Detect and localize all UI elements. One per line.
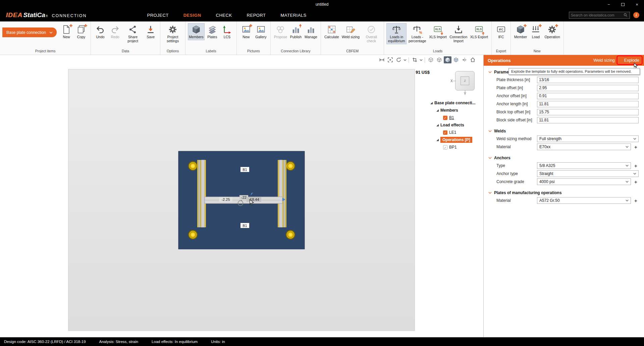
labels-members-toggle[interactable]: Members xyxy=(188,23,205,40)
measure-icon[interactable] xyxy=(378,56,386,63)
solid-view-icon[interactable] xyxy=(444,56,451,63)
anchor-bolt[interactable] xyxy=(189,162,197,170)
anchor-bolt[interactable] xyxy=(286,162,295,170)
dimension-label[interactable]: -2.25 xyxy=(219,197,232,202)
share-project-button[interactable]: Share project xyxy=(123,23,143,44)
expand-triangle-icon[interactable] xyxy=(436,109,439,112)
section-anchors[interactable]: Anchors xyxy=(484,154,644,162)
tab-report[interactable]: REPORT xyxy=(247,13,266,18)
tree-group-operations[interactable]: Operations [P] xyxy=(430,136,483,143)
wireframe-view-icon[interactable] xyxy=(427,56,435,63)
column-member-right[interactable] xyxy=(278,160,286,227)
panel-weld-sizing-button[interactable]: Weld sizing xyxy=(593,58,615,63)
anchor-shape-select[interactable]: Straight xyxy=(537,170,639,177)
app-header: IDEA StatiCa ® CONNECTION PROJECT DESIGN… xyxy=(0,9,644,21)
publish-button[interactable]: Publish xyxy=(289,23,303,40)
add-plate-material-button[interactable]: + xyxy=(633,198,639,204)
anchor-length-input[interactable] xyxy=(537,101,639,107)
weld-sizing-method-select[interactable]: Full strength xyxy=(537,135,639,142)
plate-thickness-input[interactable] xyxy=(537,77,639,83)
rotate-view-icon[interactable] xyxy=(395,56,402,63)
block-top-offset-input[interactable] xyxy=(537,109,639,115)
plate-material-select[interactable]: A572 Gr.50 xyxy=(537,197,631,204)
info-icon[interactable]: i xyxy=(633,12,639,18)
home-view-icon[interactable] xyxy=(469,56,477,63)
tree-group-load-effects[interactable]: Load effects xyxy=(430,121,483,129)
connection-import-button[interactable]: Connection Import xyxy=(448,23,469,44)
tree-group-members[interactable]: Members xyxy=(430,107,483,114)
search-input[interactable] xyxy=(571,13,623,17)
new-member-button[interactable]: Member xyxy=(513,23,528,40)
chevron-down-icon[interactable] xyxy=(419,56,423,63)
tab-design[interactable]: DESIGN xyxy=(183,13,201,18)
weld-material-select[interactable]: E70xx xyxy=(537,143,631,150)
manage-button[interactable]: Manage xyxy=(304,23,318,40)
tab-project[interactable]: PROJECT xyxy=(147,13,169,18)
labels-plates-toggle[interactable]: Plates xyxy=(205,23,219,40)
section-welds[interactable]: Welds xyxy=(484,127,644,135)
anchor-bolt[interactable] xyxy=(286,230,295,239)
add-anchor-button[interactable]: + xyxy=(633,163,639,169)
maximize-button[interactable] xyxy=(616,0,630,9)
navcube-face[interactable]: Z xyxy=(455,71,475,91)
loads-in-equilibrium-toggle[interactable]: Loads in equilibrium xyxy=(386,23,407,44)
chevron-down-icon[interactable] xyxy=(403,56,407,63)
checkbox-checked-icon[interactable]: ✓ xyxy=(443,130,447,135)
new-picture-button[interactable]: New xyxy=(239,23,253,40)
anchor-offset-input[interactable] xyxy=(537,93,639,99)
dimension-label[interactable]: -18.44 xyxy=(247,197,261,202)
anchor-type-bolt-select[interactable]: 5/8 A325 xyxy=(537,162,631,169)
section-clip-icon[interactable] xyxy=(411,56,419,63)
template-selector-button[interactable]: Base plate connection xyxy=(2,27,57,37)
calculate-button[interactable]: Calculate xyxy=(323,23,340,40)
expand-triangle-icon[interactable] xyxy=(430,102,433,104)
tree-item-project[interactable]: Base plate connecti... xyxy=(430,99,483,107)
tree-item-member-b1[interactable]: ✓ B1 xyxy=(430,114,483,121)
labels-lcs-toggle[interactable]: LCS xyxy=(220,23,234,40)
logo-product: CONNECTION xyxy=(52,13,87,18)
save-button[interactable]: Save xyxy=(144,23,158,40)
add-concrete-grade-button[interactable]: + xyxy=(633,179,639,185)
checkbox-gray-icon[interactable]: ✓ xyxy=(443,145,447,150)
column-member-left[interactable] xyxy=(197,160,206,227)
tab-check[interactable]: CHECK xyxy=(216,13,232,18)
weld-sizing-button[interactable]: Weld sizing xyxy=(341,23,361,40)
xls-export-button[interactable]: XLS Export xyxy=(469,23,489,40)
panel-explode-button[interactable]: Explode xyxy=(624,58,639,63)
tree-item-operation-bp1[interactable]: ✓ BP1 xyxy=(430,143,483,151)
fit-view-icon[interactable] xyxy=(386,56,394,63)
maximize-icon xyxy=(621,3,625,6)
expand-triangle-icon[interactable] xyxy=(436,124,439,126)
checkbox-checked-icon[interactable]: ✓ xyxy=(443,116,447,120)
ribbon-group-pictures: New Gallery Pictures xyxy=(237,21,271,55)
viewport-3d[interactable]: B1 B1 -2.25 -22 xyxy=(68,69,415,331)
navigation-cube[interactable]: Z X Y xyxy=(450,71,476,97)
hidden-line-view-icon[interactable] xyxy=(435,56,443,63)
transparent-view-icon[interactable] xyxy=(452,56,460,63)
mirror-view-icon[interactable] xyxy=(461,56,468,63)
undo-button[interactable]: Undo xyxy=(93,23,107,40)
copy-project-item-button[interactable]: Copy xyxy=(74,23,88,40)
expand-triangle-icon[interactable] xyxy=(436,139,439,141)
ribbon: Base plate connection New Copy Project i… xyxy=(0,21,644,55)
tree-item-load-le1[interactable]: ✓ LE1 xyxy=(430,129,483,136)
section-plates-manufacturing[interactable]: Plates of manufacturing operations xyxy=(484,189,644,196)
block-side-offset-input[interactable] xyxy=(537,117,639,123)
plate-offset-input[interactable] xyxy=(537,85,639,91)
xls-import-button[interactable]: XLS Import xyxy=(428,23,448,40)
new-load-button[interactable]: Load xyxy=(529,23,543,40)
anchor-bolt[interactable] xyxy=(189,230,197,239)
gallery-button[interactable]: Gallery xyxy=(254,23,268,40)
concrete-grade-select[interactable]: 4000 psi xyxy=(537,178,631,185)
minimize-button[interactable]: − xyxy=(602,0,616,9)
new-project-item-button[interactable]: New xyxy=(59,23,73,40)
close-button[interactable]: × xyxy=(630,0,644,9)
ribbon-group-labels: Members Plates LCS Labels xyxy=(185,21,237,55)
loads-percentage-button[interactable]: Loads - percentage xyxy=(407,23,427,44)
ifc-export-button[interactable]: IFC xyxy=(494,23,508,40)
new-operation-button[interactable]: Operation xyxy=(543,23,561,40)
project-settings-button[interactable]: Project settings xyxy=(163,23,183,44)
tab-materials[interactable]: MATERIALS xyxy=(281,13,307,18)
add-material-button[interactable]: + xyxy=(633,144,639,150)
balance-percent-icon xyxy=(412,24,422,35)
